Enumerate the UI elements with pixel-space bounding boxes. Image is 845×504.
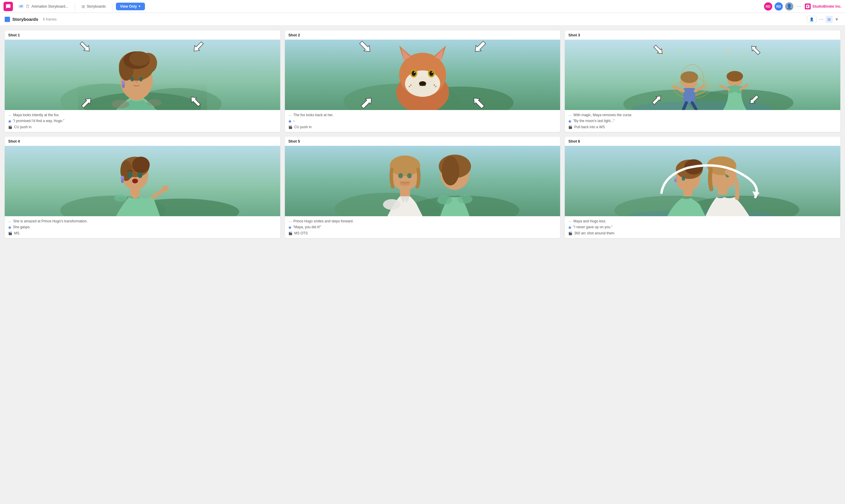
main-content: Shot 1	[0, 26, 845, 504]
shot-6-camera-text: 360 arc shot around them	[574, 231, 614, 235]
svg-text:✦: ✦	[679, 47, 682, 51]
svg-point-11	[130, 77, 134, 82]
svg-point-84	[132, 179, 138, 183]
shot-card-6: Shot 6	[565, 137, 840, 238]
avatar-user3[interactable]: 👤	[785, 2, 793, 11]
avatar-user2[interactable]: RD	[775, 2, 783, 11]
shot-5-dialog-text: "Maya, you did it!"	[293, 225, 321, 229]
svg-point-97	[407, 173, 412, 178]
shot-2-dialog: ◉ –	[288, 119, 557, 123]
shot-3-camera: 🎬 Pull back into a WS	[568, 125, 837, 129]
svg-rect-62	[684, 88, 695, 103]
dropdown-arrow-icon: ▼	[138, 5, 141, 8]
camera-icon-2: 🎬	[288, 125, 292, 129]
shot-4-dialog: ◉ She gasps.	[8, 225, 277, 229]
svg-point-100	[383, 199, 400, 210]
description-icon-1: —	[8, 113, 12, 117]
svg-point-89	[131, 193, 139, 199]
shot-4-header: Shot 4	[5, 137, 280, 146]
svg-point-43	[434, 85, 435, 86]
app-logo[interactable]	[3, 2, 13, 11]
svg-point-13	[135, 81, 138, 83]
frames-count: 6 frames	[43, 17, 57, 21]
svg-point-33	[409, 76, 436, 97]
svg-point-88	[114, 195, 127, 201]
file-icon: 🗒	[25, 4, 30, 9]
shot-6-header: Shot 6	[565, 137, 840, 146]
svg-point-17	[111, 100, 129, 109]
shot-2-description: — The fox looks back at her.	[288, 113, 557, 117]
shot-6-dialog: ◉ "I never gave up on you."	[568, 225, 837, 229]
avatar-user1[interactable]: RD	[764, 2, 772, 11]
shot-3-description: — With magic, Maya removes the curse.	[568, 113, 837, 117]
svg-point-44	[435, 86, 436, 87]
view-only-label: View Only	[120, 4, 137, 8]
more-options-button[interactable]: ···	[796, 3, 803, 10]
svg-point-18	[147, 99, 161, 106]
svg-point-95	[390, 156, 420, 176]
storyboards-tab[interactable]: ⊞ Storyboards	[79, 3, 109, 10]
shot-1-camera: 🎬 CU push in	[8, 125, 277, 129]
shot-3-image: ✦ ✦ ✦ ✦	[565, 40, 840, 110]
shot-2-header: Shot 2	[285, 31, 560, 40]
svg-point-68	[727, 71, 743, 82]
shot-3-header: Shot 3	[565, 31, 840, 40]
shot-2-image	[285, 40, 560, 110]
camera-icon-1: 🎬	[8, 125, 12, 129]
camera-icon-5: 🎬	[288, 232, 292, 235]
shot-5-camera: 🎬 MS OTS	[288, 231, 557, 235]
shot-4-camera-text: MS	[14, 231, 19, 235]
shot-5-desc-text: Prince Hugo smiles and steps forward.	[293, 219, 354, 223]
shot-1-description: — Maya looks intently at the fox.	[8, 113, 277, 117]
svg-rect-119	[718, 188, 727, 195]
description-icon-3: —	[568, 113, 572, 117]
shot-6-image	[565, 146, 840, 216]
shot-5-details: — Prince Hugo smiles and steps forward. …	[285, 216, 560, 238]
svg-point-36	[412, 71, 416, 76]
shot-card-4: Shot 4	[5, 137, 280, 238]
svg-point-40	[419, 81, 426, 86]
project-name: Animation Storyboard...	[31, 4, 68, 8]
shots-grid: Shot 1	[5, 31, 840, 238]
shot-5-image	[285, 146, 560, 216]
shot-5-description: — Prince Hugo smiles and steps forward.	[288, 219, 557, 223]
studio-brand[interactable]: StudioBinder Inc.	[805, 3, 842, 10]
svg-point-10	[129, 51, 150, 66]
subnav-more-button[interactable]: ···	[819, 16, 823, 22]
dialog-icon-6: ◉	[568, 225, 571, 229]
shot-3-details: — With magic, Maya removes the curse. ◉ …	[565, 110, 840, 132]
dialog-icon-3: ◉	[568, 119, 571, 123]
dialog-icon-2: ◉	[288, 119, 291, 123]
shot-2-camera: 🎬 CU push in	[288, 125, 557, 129]
svg-point-61	[681, 71, 698, 83]
shot-6-camera: 🎬 360 arc shot around them	[568, 231, 837, 235]
shot-1-desc-text: Maya looks intently at the fox.	[13, 113, 59, 117]
list-view-button[interactable]: ▼	[833, 16, 840, 23]
shot-6-dialog-text: "I never gave up on you."	[573, 225, 612, 229]
studio-logo-icon	[805, 3, 811, 10]
shot-2-details: — The fox looks back at her. ◉ – 🎬 CU pu…	[285, 110, 560, 132]
grid-view-button[interactable]: ⊞	[826, 16, 833, 23]
shot-2-camera-text: CU push in	[294, 125, 311, 129]
page-title-group: Storyboards	[5, 17, 38, 22]
person-view-button[interactable]: 👤	[807, 16, 816, 23]
svg-point-90	[162, 185, 169, 191]
nav-divider-2	[112, 3, 112, 10]
svg-point-42	[409, 86, 410, 87]
view-only-button[interactable]: View Only ▼	[116, 3, 145, 10]
svg-rect-115	[684, 190, 693, 196]
svg-rect-99	[400, 189, 410, 196]
dialog-icon-4: ◉	[8, 225, 11, 229]
shot-1-details: — Maya looks intently at the fox. ◉ "I p…	[5, 110, 280, 132]
svg-point-83	[138, 172, 142, 178]
nav-divider-1	[75, 3, 75, 10]
shot-card-2: Shot 2	[285, 31, 560, 132]
version-tab[interactable]: v0 🗒 Animation Storyboard...	[15, 3, 71, 10]
storyboards-icon	[5, 17, 10, 22]
camera-icon-3: 🎬	[568, 125, 572, 129]
shot-2-desc-text: The fox looks back at her.	[293, 113, 334, 117]
description-icon-4: —	[8, 219, 12, 223]
shot-3-dialog: ◉ "By the moon's last light..."	[568, 119, 837, 123]
svg-point-96	[398, 173, 403, 178]
shot-4-desc-text: She is amazed at Prince Hugo's transform…	[13, 219, 88, 223]
